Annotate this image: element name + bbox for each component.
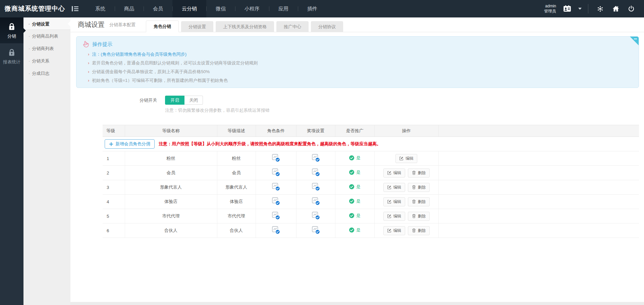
tab[interactable]: 分销设置	[181, 21, 213, 32]
prize-setting-icon[interactable]	[311, 182, 320, 191]
sidebar-menu-item[interactable]: ·分销设置	[23, 17, 70, 30]
switch-note: 注意：切勿频繁修改分佣参数，容易引起系统运算报错	[165, 107, 644, 113]
edit-button[interactable]: 编辑	[383, 212, 405, 221]
page-body: 操作提示 ›注：(角色分销新增角色将会与会员等级角色同步) ›若开启角色分销，普…	[70, 36, 644, 238]
user-info[interactable]: admin 管理员	[544, 4, 556, 14]
sidebar-rail-item[interactable]: 分销	[0, 17, 23, 43]
sidebar-rail-item[interactable]: 报表统计	[0, 43, 23, 69]
notice-line: ›初始角色（等级=1）可编辑不可删除，所有新建的用户都属于初始角色	[88, 76, 629, 85]
row-level: 5	[103, 209, 125, 223]
prize-setting-icon[interactable]	[311, 197, 320, 206]
role-condition-icon[interactable]	[271, 211, 280, 220]
collapse-minus-icon	[634, 39, 637, 39]
promote-check-icon	[349, 184, 355, 190]
topbar-nav-item[interactable]: 微信	[206, 0, 235, 17]
notice-header: 操作提示	[82, 40, 629, 49]
prize-setting-icon[interactable]	[311, 168, 320, 177]
row-level: 2	[103, 166, 125, 180]
app-title: 微商城系统管理中心	[0, 0, 72, 17]
notice-lines: ›注：(角色分销新增角色将会与会员等级角色同步) ›若开启角色分销，普通会员启用…	[82, 50, 629, 85]
bullet-marker-icon: ›	[88, 60, 89, 65]
share-network-icon[interactable]	[595, 5, 606, 13]
sidebar-menu-item[interactable]: ·分销商列表	[23, 42, 70, 55]
promote-status: 是	[349, 184, 361, 190]
promote-check-icon	[349, 198, 355, 204]
delete-button[interactable]: 删除	[408, 212, 430, 221]
collapse-fold-icon[interactable]	[630, 37, 639, 45]
table-row: 1 粉丝 粉丝	[103, 151, 639, 166]
topbar-nav-item[interactable]: 云分销	[172, 0, 206, 17]
menu-item-label: 分销商品列表	[32, 34, 58, 39]
prize-setting-icon[interactable]	[311, 225, 320, 235]
topbar-nav-item[interactable]: 插件	[298, 0, 327, 17]
add-role-button[interactable]: 新增会员角色分佣	[105, 139, 155, 149]
role-condition-icon[interactable]	[271, 225, 280, 235]
promote-label: 是	[356, 184, 361, 190]
topbar-nav-item[interactable]: 会员	[144, 0, 172, 17]
tab[interactable]: 分销协议	[311, 21, 343, 32]
menu-item-label: 分销商列表	[32, 46, 54, 51]
row-level: 6	[103, 223, 125, 238]
promote-check-icon	[349, 155, 355, 161]
delete-button[interactable]: 删除	[408, 197, 430, 206]
edit-icon	[399, 156, 404, 161]
prize-setting-icon[interactable]	[311, 211, 320, 220]
profile-card-icon[interactable]	[560, 4, 574, 13]
delete-button[interactable]: 删除	[408, 226, 430, 235]
edit-button[interactable]: 编辑	[383, 226, 405, 235]
role-condition-icon[interactable]	[271, 168, 280, 177]
bullet-icon: ·	[29, 34, 30, 39]
edit-icon	[387, 228, 392, 233]
topbar-nav-item[interactable]: 应用	[269, 0, 298, 17]
topbar-nav-item[interactable]: 小程序	[235, 0, 269, 17]
row-name: 市代代理	[125, 209, 217, 223]
promote-status: 是	[349, 198, 361, 204]
sidebar-menu-item[interactable]: ·分销关系	[23, 55, 70, 67]
delete-button[interactable]: 删除	[408, 183, 430, 192]
table-row: 4 体验店 体验店	[103, 195, 639, 209]
sidebar-menu-item[interactable]: ·分销商品列表	[23, 30, 70, 42]
menu-toggle-icon[interactable]	[72, 0, 78, 17]
edit-button[interactable]: 编辑	[395, 154, 417, 163]
chevron-down-icon[interactable]	[578, 8, 582, 10]
promote-check-icon	[349, 169, 355, 175]
table-header-cell: 等级描述	[217, 125, 256, 137]
prize-setting-icon[interactable]	[311, 153, 320, 162]
topbar-nav-item[interactable]: 系统	[86, 0, 115, 17]
table-row: 5 市代代理 市代代理	[103, 209, 639, 223]
edit-button[interactable]: 编辑	[383, 168, 405, 177]
topbar-nav-item[interactable]: 商品	[115, 0, 144, 17]
edit-icon	[387, 185, 392, 190]
notice-title: 操作提示	[92, 41, 112, 48]
switch-off-button[interactable]: 关闭	[184, 96, 203, 105]
delete-button[interactable]: 删除	[408, 168, 430, 177]
row-spacer-cell	[438, 151, 639, 166]
page-header: 商城设置 分销基本配置 角色分销 分销设置 上下线关系及分销资格 推广中心 分销…	[70, 17, 644, 32]
row-spacer-cell	[438, 223, 639, 238]
delete-icon	[412, 170, 416, 175]
row-name: 形象代言人	[125, 180, 217, 195]
edit-button[interactable]: 编辑	[383, 197, 405, 206]
sidebar-menu-item[interactable]: ·分成日志	[23, 67, 70, 80]
role-condition-icon[interactable]	[271, 153, 280, 162]
role-condition-icon[interactable]	[271, 197, 280, 206]
row-name: 体验店	[125, 195, 217, 209]
sidebar-rail: 分销 报表统计	[0, 17, 23, 305]
delete-icon	[412, 214, 416, 218]
role-condition-icon[interactable]	[271, 182, 280, 191]
tab[interactable]: 角色分销	[146, 20, 179, 32]
notice-line: ›分销返佣金额每个商品单独设定，原则上不高于商品价格50%	[88, 67, 629, 76]
tab[interactable]: 推广中心	[276, 21, 309, 32]
delete-icon	[412, 228, 416, 233]
power-icon[interactable]	[626, 5, 637, 12]
table-header-cell: 奖项设置	[296, 125, 335, 137]
switch-on-button[interactable]: 开启	[165, 96, 184, 105]
horizontal-scrollbar[interactable]	[70, 302, 644, 305]
tab[interactable]: 上下线关系及分销资格	[216, 21, 274, 32]
row-desc: 体验店	[217, 195, 256, 209]
lock-icon	[7, 48, 16, 57]
edit-button[interactable]: 编辑	[383, 183, 405, 192]
home-icon[interactable]	[610, 5, 622, 13]
promote-label: 是	[356, 169, 361, 175]
notice-line-text: 注：(角色分销新增角色将会与会员等级角色同步)	[92, 52, 186, 57]
